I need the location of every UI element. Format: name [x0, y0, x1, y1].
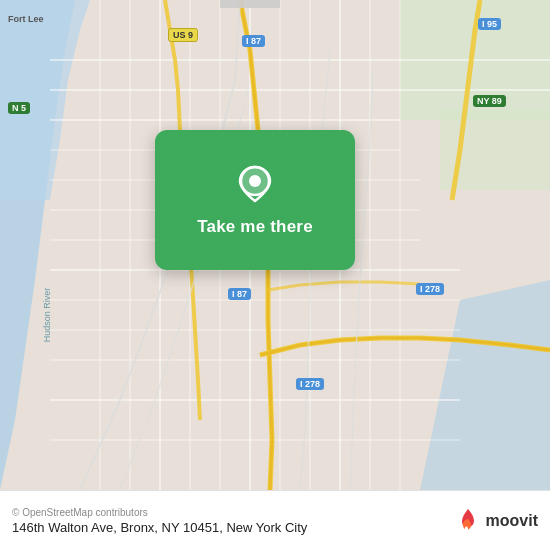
- moovit-logo: moovit: [454, 507, 538, 535]
- road-badge-n5: N 5: [8, 102, 30, 114]
- road-badge-i278-right: I 278: [416, 283, 444, 295]
- road-badge-i95: I 95: [478, 18, 501, 30]
- copyright-text: © OpenStreetMap contributors: [12, 507, 307, 518]
- moovit-label: moovit: [486, 512, 538, 530]
- road-badge-i278-bot: I 278: [296, 378, 324, 390]
- moovit-flame-icon: [454, 507, 482, 535]
- road-badge-us9: US 9: [168, 28, 198, 42]
- hudson-river-label: Hudson River: [42, 288, 52, 343]
- svg-point-30: [250, 176, 260, 186]
- footer-left: © OpenStreetMap contributors 146th Walto…: [12, 507, 307, 535]
- map-container: Fort Lee Hudson River US 9 I 87 I 95 N 5…: [0, 0, 550, 490]
- address-text: 146th Walton Ave, Bronx, NY 10451, New Y…: [12, 520, 307, 535]
- road-badge-i87-mid: I 87: [228, 288, 251, 300]
- svg-rect-27: [220, 0, 280, 8]
- road-badge-i87-top: I 87: [242, 35, 265, 47]
- take-me-there-card[interactable]: Take me there: [155, 130, 355, 270]
- footer: © OpenStreetMap contributors 146th Walto…: [0, 490, 550, 550]
- location-pin-icon: [233, 163, 277, 207]
- take-me-there-label: Take me there: [197, 217, 313, 237]
- road-badge-ny89: NY 89: [473, 95, 506, 107]
- fort-lee-label: Fort Lee: [8, 14, 44, 24]
